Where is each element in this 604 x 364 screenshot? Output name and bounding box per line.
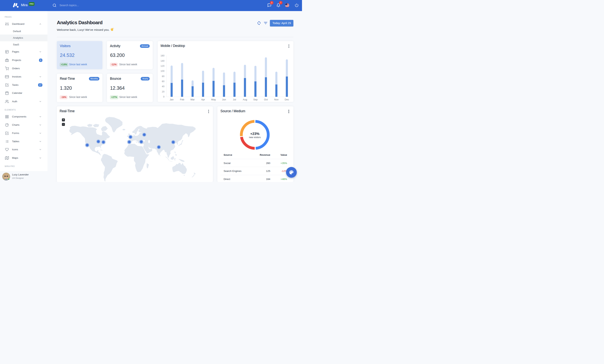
svg-text:Aug: Aug (243, 98, 247, 101)
svg-text:100: 100 (161, 70, 164, 72)
svg-text:Mar: Mar (190, 98, 195, 101)
svg-text:Nov: Nov (274, 98, 279, 101)
svg-text:Dec: Dec (285, 98, 289, 101)
svg-text:20: 20 (162, 90, 164, 93)
svg-text:Apr: Apr (201, 98, 205, 101)
svg-text:Jul: Jul (233, 98, 236, 101)
svg-text:Sep: Sep (253, 98, 258, 101)
svg-text:160: 160 (161, 54, 164, 57)
svg-text:Oct: Oct (264, 98, 268, 101)
svg-text:40: 40 (162, 85, 164, 88)
svg-text:80: 80 (162, 75, 164, 78)
svg-text:0: 0 (163, 96, 164, 98)
svg-text:60: 60 (162, 80, 164, 83)
svg-text:Feb: Feb (180, 98, 184, 101)
svg-text:140: 140 (161, 60, 164, 62)
svg-text:Jan: Jan (170, 98, 174, 101)
svg-text:Jun: Jun (222, 98, 226, 101)
svg-text:May: May (211, 98, 216, 101)
svg-text:120: 120 (161, 65, 164, 67)
